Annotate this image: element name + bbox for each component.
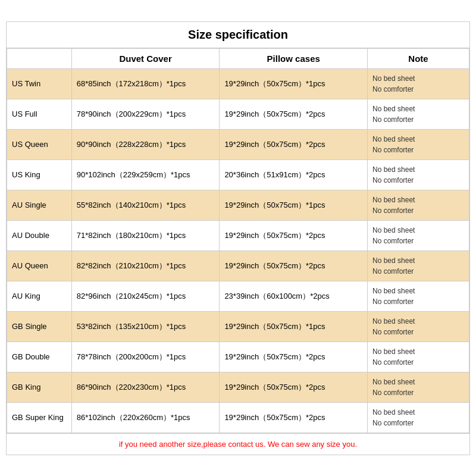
row-note: No bed sheet No comforter xyxy=(368,342,469,372)
size-specification-container: Size specification Duvet Cover Pillow ca… xyxy=(6,21,470,455)
row-label: GB King xyxy=(7,372,72,402)
row-note: No bed sheet No comforter xyxy=(368,190,469,220)
row-note: No bed sheet No comforter xyxy=(368,311,469,342)
table-row: AU King82*96inch（210x245cm）*1pcs23*39inc… xyxy=(7,281,469,311)
row-label: US Twin xyxy=(7,68,72,99)
row-duvet: 90*102inch（229x259cm）*1pcs xyxy=(71,159,220,190)
table-row: US Twin68*85inch（172x218cm）*1pcs19*29inc… xyxy=(7,68,469,99)
row-label: US Queen xyxy=(7,129,72,159)
table-row: US Full78*90inch（200x229cm）*1pcs19*29inc… xyxy=(7,99,469,129)
row-duvet: 82*96inch（210x245cm）*1pcs xyxy=(71,281,220,311)
row-duvet: 68*85inch（172x218cm）*1pcs xyxy=(71,68,220,99)
table-row: AU Queen82*82inch（210x210cm）*1pcs19*29in… xyxy=(7,250,469,281)
row-label: AU Double xyxy=(7,220,72,250)
row-duvet: 82*82inch（210x210cm）*1pcs xyxy=(71,250,220,281)
row-duvet: 78*78inch（200x200cm）*1pcs xyxy=(71,342,220,372)
row-duvet: 55*82inch（140x210cm）*1pcs xyxy=(71,190,220,220)
row-label: US King xyxy=(7,159,72,190)
row-pillow: 19*29inch（50x75cm）*1pcs xyxy=(220,190,368,220)
row-duvet: 90*90inch（228x228cm）*1pcs xyxy=(71,129,220,159)
row-pillow: 19*29inch（50x75cm）*2pcs xyxy=(220,250,368,281)
table-title: Size specification xyxy=(7,22,469,48)
row-pillow: 19*29inch（50x75cm）*2pcs xyxy=(220,402,368,433)
row-label: AU King xyxy=(7,281,72,311)
row-pillow: 19*29inch（50x75cm）*2pcs xyxy=(220,342,368,372)
table-row: GB Single53*82inch（135x210cm）*1pcs19*29i… xyxy=(7,311,469,342)
row-note: No bed sheet No comforter xyxy=(368,159,469,190)
row-pillow: 19*29inch（50x75cm）*2pcs xyxy=(220,220,368,250)
row-note: No bed sheet No comforter xyxy=(368,402,469,433)
row-label: AU Queen xyxy=(7,250,72,281)
size-table: Duvet Cover Pillow cases Note US Twin68*… xyxy=(7,48,469,433)
table-row: US King90*102inch（229x259cm）*1pcs20*36in… xyxy=(7,159,469,190)
row-label: GB Super King xyxy=(7,402,72,433)
row-note: No bed sheet No comforter xyxy=(368,250,469,281)
header-note: Note xyxy=(368,48,469,68)
row-note: No bed sheet No comforter xyxy=(368,99,469,129)
table-row: AU Double71*82inch（180x210cm）*1pcs19*29i… xyxy=(7,220,469,250)
table-row: US Queen90*90inch（228x228cm）*1pcs19*29in… xyxy=(7,129,469,159)
row-label: AU Single xyxy=(7,190,72,220)
header-col1 xyxy=(7,48,72,68)
row-note: No bed sheet No comforter xyxy=(368,220,469,250)
row-pillow: 19*29inch（50x75cm）*1pcs xyxy=(220,311,368,342)
table-row: GB Super King86*102inch（220x260cm）*1pcs1… xyxy=(7,402,469,433)
row-label: GB Single xyxy=(7,311,72,342)
header-duvet-cover: Duvet Cover xyxy=(71,48,220,68)
table-row: AU Single55*82inch（140x210cm）*1pcs19*29i… xyxy=(7,190,469,220)
table-row: GB Double78*78inch（200x200cm）*1pcs19*29i… xyxy=(7,342,469,372)
row-pillow: 23*39inch（60x100cm）*2pcs xyxy=(220,281,368,311)
row-label: US Full xyxy=(7,99,72,129)
row-pillow: 19*29inch（50x75cm）*1pcs xyxy=(220,68,368,99)
table-header-row: Duvet Cover Pillow cases Note xyxy=(7,48,469,68)
header-pillow-cases: Pillow cases xyxy=(220,48,368,68)
row-note: No bed sheet No comforter xyxy=(368,372,469,402)
row-note: No bed sheet No comforter xyxy=(368,129,469,159)
row-pillow: 19*29inch（50x75cm）*2pcs xyxy=(220,99,368,129)
row-duvet: 53*82inch（135x210cm）*1pcs xyxy=(71,311,220,342)
table-body: US Twin68*85inch（172x218cm）*1pcs19*29inc… xyxy=(7,68,469,433)
row-note: No bed sheet No comforter xyxy=(368,281,469,311)
footer-text: if you need another size,please contact … xyxy=(7,433,469,455)
row-pillow: 19*29inch（50x75cm）*2pcs xyxy=(220,129,368,159)
row-label: GB Double xyxy=(7,342,72,372)
row-duvet: 86*102inch（220x260cm）*1pcs xyxy=(71,402,220,433)
table-row: GB King86*90inch（220x230cm）*1pcs19*29inc… xyxy=(7,372,469,402)
row-duvet: 86*90inch（220x230cm）*1pcs xyxy=(71,372,220,402)
row-duvet: 71*82inch（180x210cm）*1pcs xyxy=(71,220,220,250)
row-note: No bed sheet No comforter xyxy=(368,68,469,99)
row-duvet: 78*90inch（200x229cm）*1pcs xyxy=(71,99,220,129)
row-pillow: 20*36inch（51x91cm）*2pcs xyxy=(220,159,368,190)
row-pillow: 19*29inch（50x75cm）*2pcs xyxy=(220,372,368,402)
